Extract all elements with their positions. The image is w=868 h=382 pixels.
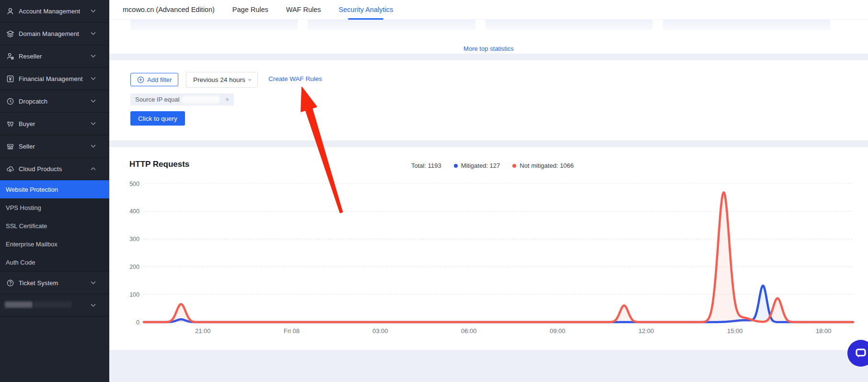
layers-icon bbox=[6, 29, 14, 38]
chevron-down-icon bbox=[91, 100, 96, 103]
sidebar-item-dropcatch[interactable]: Dropcatch bbox=[0, 90, 109, 113]
sidebar-item-label: Account Management bbox=[19, 8, 80, 15]
svg-text:Fri 08: Fri 08 bbox=[284, 327, 300, 335]
sidebar-item-seller[interactable]: Seller bbox=[0, 135, 109, 158]
svg-text:03:00: 03:00 bbox=[372, 327, 388, 335]
clock-icon bbox=[6, 97, 14, 105]
sidebar-item-reseller[interactable]: Reseller bbox=[0, 45, 109, 68]
tab-security-analytics[interactable]: Security Analytics bbox=[339, 0, 393, 20]
sidebar-item-auth-code[interactable]: Auth Code bbox=[0, 253, 109, 271]
svg-text:300: 300 bbox=[129, 236, 139, 243]
finance-icon bbox=[6, 74, 14, 83]
stat-card bbox=[130, 20, 298, 30]
stat-cards-row bbox=[130, 20, 830, 30]
sidebar-item-financial-management[interactable]: Financial Management bbox=[0, 68, 109, 90]
sidebar-item-domain-management[interactable]: Domain Management bbox=[0, 23, 109, 45]
remove-filter-icon[interactable]: × bbox=[225, 96, 229, 103]
tab-page-rules[interactable]: Page Rules bbox=[232, 0, 268, 20]
redacted-text bbox=[5, 301, 72, 310]
add-filter-button[interactable]: Add filter bbox=[130, 73, 178, 86]
sidebar-item-buyer[interactable]: Buyer bbox=[0, 113, 109, 135]
chat-bubble-icon bbox=[854, 347, 868, 360]
time-range-value: Previous 24 hours bbox=[193, 76, 245, 83]
svg-text:18:00: 18:00 bbox=[816, 327, 832, 335]
sidebar-item-label: Buyer bbox=[19, 120, 35, 127]
filter-tag-label: Source IP equal bbox=[135, 96, 179, 103]
time-range-select[interactable]: Previous 24 hours bbox=[186, 72, 258, 88]
svg-text:500: 500 bbox=[129, 181, 139, 187]
chevron-up-icon bbox=[91, 167, 96, 171]
sidebar: Account Management Domain Management Res… bbox=[0, 0, 109, 382]
create-waf-rules-link[interactable]: Create WAF Rules bbox=[268, 75, 322, 82]
http-requests-panel: HTTP Requests Total: 1193 Mitigated: 127… bbox=[109, 147, 868, 350]
add-filter-label: Add filter bbox=[147, 76, 172, 83]
chevron-down-icon bbox=[91, 10, 96, 13]
more-top-statistics-link[interactable]: More top statistics bbox=[109, 45, 868, 52]
sidebar-item-label: Dropcatch bbox=[19, 98, 47, 105]
main-content: mcowo.cn (Advanced Edition) Page Rules W… bbox=[109, 0, 868, 382]
svg-text:100: 100 bbox=[129, 291, 139, 298]
svg-text:12:00: 12:00 bbox=[638, 327, 654, 335]
plus-circle-icon bbox=[137, 76, 144, 83]
cloud-products-submenu: Website Protection VPS Hosting SSL Certi… bbox=[0, 180, 109, 271]
sidebar-item-label: Cloud Products bbox=[19, 165, 62, 173]
cloud-icon bbox=[6, 164, 14, 173]
svg-text:06:00: 06:00 bbox=[461, 327, 477, 335]
svg-text:200: 200 bbox=[129, 264, 139, 270]
sidebar-item-user-account[interactable] bbox=[0, 294, 109, 317]
page: Account Management Domain Management Res… bbox=[0, 0, 868, 382]
sidebar-item-account-management[interactable]: Account Management bbox=[0, 0, 109, 23]
cart-icon bbox=[6, 119, 14, 128]
sidebar-item-ticket-system[interactable]: Ticket System bbox=[0, 272, 109, 294]
chevron-down-icon bbox=[91, 77, 96, 81]
redacted-ip-value bbox=[182, 96, 220, 103]
chevron-down-icon bbox=[91, 304, 96, 307]
svg-text:0: 0 bbox=[136, 319, 139, 326]
user-icon bbox=[6, 7, 14, 15]
stat-card bbox=[486, 20, 653, 30]
svg-text:15:00: 15:00 bbox=[727, 327, 743, 335]
sidebar-item-label: Seller bbox=[19, 143, 35, 150]
domain-tab-bar: mcowo.cn (Advanced Edition) Page Rules W… bbox=[109, 0, 868, 20]
sidebar-item-cloud-products[interactable]: Cloud Products bbox=[0, 158, 109, 180]
filter-panel: Add filter Previous 24 hours Create WAF … bbox=[109, 60, 868, 140]
chevron-down-icon bbox=[91, 55, 96, 58]
http-requests-chart: 010020030040050021:00Fri 0803:0006:0009:… bbox=[109, 147, 868, 350]
svg-text:21:00: 21:00 bbox=[195, 327, 211, 335]
tab-waf-rules[interactable]: WAF Rules bbox=[286, 0, 321, 20]
chevron-down-icon bbox=[248, 79, 252, 81]
svg-text:09:00: 09:00 bbox=[550, 327, 566, 335]
sidebar-item-label: Reseller bbox=[19, 53, 42, 60]
store-icon bbox=[6, 142, 14, 150]
chevron-down-icon bbox=[91, 281, 96, 285]
top-statistics-panel: More top statistics bbox=[109, 20, 868, 54]
chevron-down-icon bbox=[91, 122, 96, 126]
sidebar-item-ssl-certificate[interactable]: SSL Certificate bbox=[0, 217, 109, 235]
stat-card bbox=[308, 20, 475, 30]
sidebar-item-label: Ticket System bbox=[19, 279, 58, 287]
sidebar-item-label: Financial Management bbox=[19, 75, 83, 82]
sidebar-item-vps-hosting[interactable]: VPS Hosting bbox=[0, 198, 109, 217]
filter-tag-source-ip: Source IP equal × bbox=[130, 93, 234, 105]
sidebar-item-label: Domain Management bbox=[19, 30, 79, 37]
chevron-down-icon bbox=[91, 32, 96, 35]
chevron-down-icon bbox=[91, 145, 96, 148]
reseller-icon bbox=[6, 52, 14, 60]
tab-domain-overview[interactable]: mcowo.cn (Advanced Edition) bbox=[123, 0, 215, 20]
sidebar-item-enterprise-mailbox[interactable]: Enterprise Mailbox bbox=[0, 235, 109, 253]
svg-text:400: 400 bbox=[129, 208, 139, 215]
question-circle-icon bbox=[6, 278, 14, 287]
sidebar-item-website-protection[interactable]: Website Protection bbox=[0, 180, 109, 198]
click-to-query-button[interactable]: Click to query bbox=[130, 111, 185, 126]
stat-card bbox=[663, 20, 830, 30]
